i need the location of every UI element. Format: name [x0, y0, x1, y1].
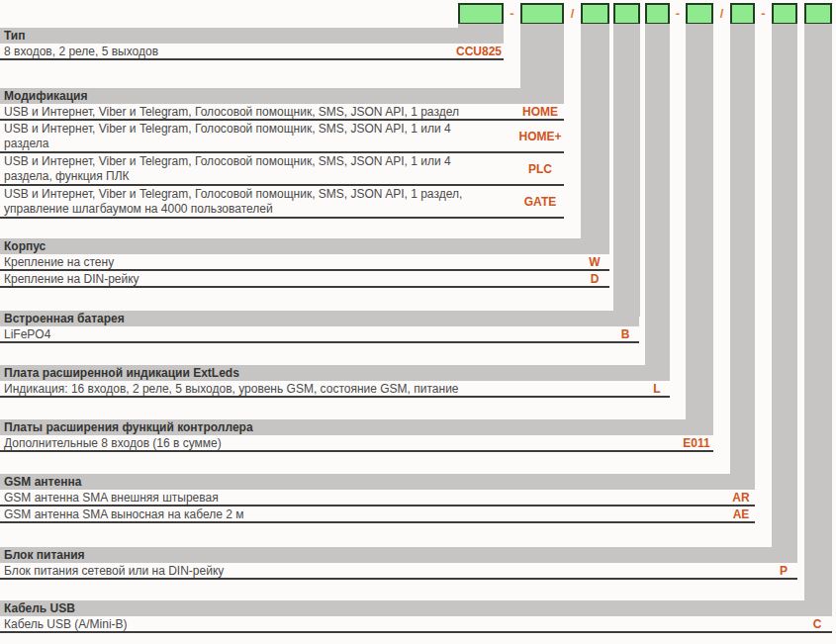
option-row: USB и Интернет, Viber и Telegram, Голосо… — [0, 153, 564, 186]
option-text: Крепление на стену — [0, 254, 580, 269]
option-text: Индикация: 16 входов, 2 реле, 5 выходов,… — [0, 381, 644, 396]
connector-antenna — [730, 24, 755, 480]
option-row: Дополнительные 8 входов (16 в сумме) E01… — [0, 435, 713, 452]
option-row: Кабель USB (A/Mini-B) C — [0, 616, 832, 633]
option-row: GSM антенна SMA внешняя штыревая AR — [0, 490, 755, 506]
section-type: Тип 8 входов, 2 реле, 5 выходов CCU825 — [0, 28, 504, 60]
option-text: Кабель USB (A/Mini-B) — [0, 616, 802, 631]
option-code: AR — [727, 491, 755, 505]
section-title: Платы расширения функций контроллера — [0, 419, 713, 435]
option-code: C — [802, 617, 832, 631]
connector-cable — [804, 24, 832, 606]
option-row: 8 входов, 2 реле, 5 выходов CCU825 — [0, 44, 504, 60]
section-title: Блок питания — [0, 547, 797, 563]
code-box-battery — [613, 3, 640, 25]
option-text: USB и Интернет, Viber и Telegram, Голосо… — [0, 104, 516, 119]
code-box-power — [772, 3, 797, 25]
section-title: Встроенная батарея — [0, 311, 639, 326]
section-title: Плата расширенной индикации ExtLeds — [0, 365, 670, 381]
section-battery: Встроенная батарея LiFePO4 B — [0, 311, 639, 343]
option-row: Индикация: 16 входов, 2 реле, 5 выходов,… — [0, 381, 670, 398]
option-text: Блок питания сетевой или на DIN-рейку — [0, 563, 770, 578]
option-code: L — [644, 382, 670, 396]
separator-dash: - — [670, 5, 686, 23]
option-text: Крепление на DIN-рейку — [0, 271, 580, 286]
option-text: USB и Интернет, Viber и Telegram, Голосо… — [0, 121, 516, 151]
section-modification: Модификация USB и Интернет, Viber и Tele… — [0, 88, 564, 219]
section-title: Модификация — [0, 88, 564, 104]
option-row: Крепление на DIN-рейку D — [0, 271, 609, 288]
option-code: D — [580, 272, 609, 286]
option-code: W — [580, 255, 609, 269]
option-code: HOME — [516, 105, 564, 119]
code-box-modification — [520, 3, 564, 25]
option-row: USB и Интернет, Viber и Telegram, Голосо… — [0, 121, 564, 153]
option-code: B — [611, 327, 639, 341]
option-row: USB и Интернет, Viber и Telegram, Голосо… — [0, 186, 564, 219]
connector-expansion — [686, 24, 713, 425]
option-code: AE — [727, 507, 755, 521]
section-title: Корпус — [0, 238, 609, 254]
order-code-diagram: - / - / - Тип 8 входов, 2 реле, 5 выходо… — [0, 0, 836, 644]
section-title: Кабель USB — [0, 600, 832, 616]
section-title: Тип — [0, 28, 504, 44]
connector-modification — [520, 24, 564, 94]
code-box-extleds — [645, 3, 670, 25]
section-cable: Кабель USB Кабель USB (A/Mini-B) C — [0, 600, 832, 633]
code-box-expansion — [686, 3, 713, 25]
option-text: Дополнительные 8 входов (16 в сумме) — [0, 435, 680, 450]
option-code: E011 — [680, 436, 713, 450]
code-box-antenna — [730, 3, 755, 25]
option-text: GSM антенна SMA внешняя штыревая — [0, 490, 727, 505]
section-power: Блок питания Блок питания сетевой или на… — [0, 547, 797, 580]
option-row: Крепление на стену W — [0, 254, 609, 271]
option-text: USB и Интернет, Viber и Telegram, Голосо… — [0, 153, 516, 184]
separator-slash: / — [713, 5, 730, 23]
option-code: P — [770, 564, 797, 578]
separator-dash: - — [504, 5, 520, 23]
option-row: USB и Интернет, Viber и Telegram, Голосо… — [0, 104, 564, 121]
section-expansion: Платы расширения функций контроллера Доп… — [0, 419, 713, 452]
option-text: GSM антенна SMA выносная на кабеле 2 м — [0, 506, 727, 521]
option-code: HOME+ — [516, 130, 564, 143]
option-text: USB и Интернет, Viber и Telegram, Голосо… — [0, 186, 516, 217]
connector-battery — [613, 24, 640, 317]
code-box-case — [581, 3, 609, 25]
separator-dash: - — [755, 5, 772, 23]
section-title: GSM антенна — [0, 474, 755, 490]
option-row: Блок питания сетевой или на DIN-рейку P — [0, 563, 797, 580]
section-extleds: Плата расширенной индикации ExtLeds Инди… — [0, 365, 670, 398]
connector-case — [581, 24, 609, 244]
separator-slash: / — [564, 5, 581, 23]
option-text: 8 входов, 2 реле, 5 выходов — [0, 44, 454, 58]
connector-power — [772, 24, 797, 553]
option-row: GSM антенна SMA выносная на кабеле 2 м A… — [0, 506, 755, 523]
section-case: Корпус Крепление на стену W Крепление на… — [0, 238, 609, 288]
section-antenna: GSM антенна GSM антенна SMA внешняя штыр… — [0, 474, 755, 523]
option-row: LiFePO4 B — [0, 326, 639, 343]
option-code: GATE — [516, 195, 564, 209]
option-text: LiFePO4 — [0, 326, 611, 341]
option-code: PLC — [516, 162, 564, 176]
connector-extleds — [645, 24, 670, 371]
option-code: CCU825 — [454, 45, 504, 58]
code-box-cable — [804, 3, 832, 25]
code-box-type — [458, 3, 504, 25]
